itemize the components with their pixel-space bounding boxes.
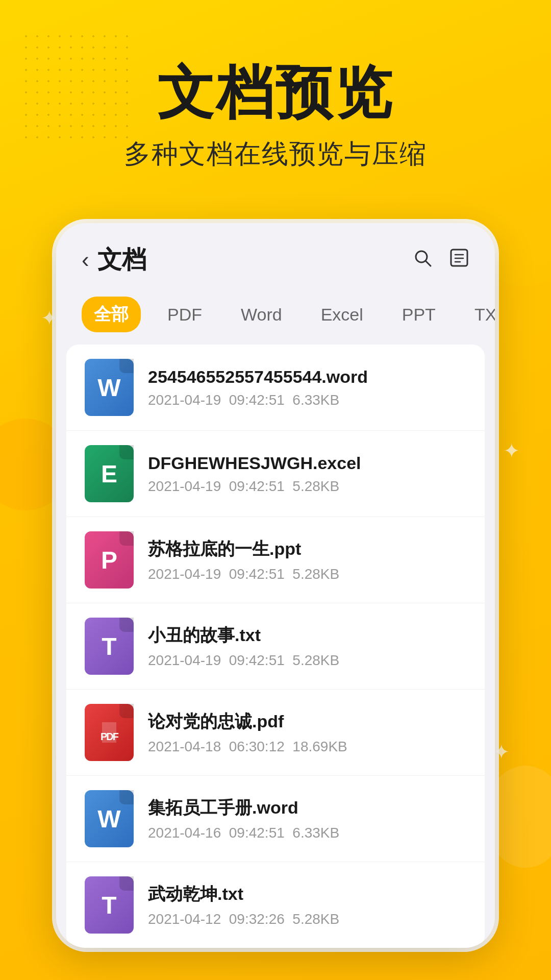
file-meta: 2021-04-19 09:42:51 6.33KB — [148, 392, 466, 408]
list-item[interactable]: W 254546552557455544.word 2021-04-19 09:… — [66, 345, 485, 431]
nav-icons — [412, 248, 469, 273]
list-item[interactable]: PDF 论对党的忠诚.pdf 2021-04-18 06:30:12 18.69… — [66, 690, 485, 776]
file-info: 集拓员工手册.word 2021-04-16 09:42:51 6.33KB — [148, 796, 466, 841]
file-icon-txt-2: T — [85, 876, 134, 934]
file-list: W 254546552557455544.word 2021-04-19 09:… — [66, 345, 485, 948]
file-info: 254546552557455544.word 2021-04-19 09:42… — [148, 367, 466, 408]
list-item[interactable]: W 集拓员工手册.word 2021-04-16 09:42:51 6.33KB — [66, 776, 485, 862]
tab-pdf[interactable]: PDF — [155, 299, 214, 331]
phone-mockup: ‹ 文档 全部 PDF Word Excel — [56, 223, 495, 948]
tab-excel[interactable]: Excel — [309, 299, 375, 331]
file-name: 武动乾坤.txt — [148, 883, 466, 906]
file-name: 论对党的忠诚.pdf — [148, 710, 466, 733]
back-button[interactable]: ‹ — [82, 247, 89, 273]
edit-icon[interactable] — [449, 248, 469, 273]
file-meta: 2021-04-18 06:30:12 18.69KB — [148, 739, 466, 755]
file-icon-txt: T — [85, 618, 134, 675]
file-icon-word: W — [85, 359, 134, 416]
file-meta: 2021-04-19 09:42:51 5.28KB — [148, 566, 466, 582]
file-meta: 2021-04-16 09:42:51 6.33KB — [148, 825, 466, 841]
filter-tabs: 全部 PDF Word Excel PPT TXT — [56, 288, 495, 345]
list-item[interactable]: T 武动乾坤.txt 2021-04-12 09:32:26 5.28KB — [66, 862, 485, 948]
tab-txt[interactable]: TXT — [462, 299, 495, 331]
file-icon-word-2: W — [85, 790, 134, 847]
search-icon[interactable] — [412, 248, 433, 273]
sparkle-1: ✦ — [41, 306, 58, 330]
sparkle-2: ✦ — [503, 439, 520, 462]
file-icon-pdf: PDF — [85, 704, 134, 761]
list-item[interactable]: P 苏格拉底的一生.ppt 2021-04-19 09:42:51 5.28KB — [66, 517, 485, 603]
tab-all[interactable]: 全部 — [82, 297, 141, 332]
main-title: 文档预览 — [41, 61, 510, 124]
list-item[interactable]: T 小丑的故事.txt 2021-04-19 09:42:51 5.28KB — [66, 603, 485, 690]
file-info: DFGHEWHESJWGH.excel 2021-04-19 09:42:51 … — [148, 453, 466, 495]
svg-text:PDF: PDF — [101, 731, 119, 743]
file-info: 武动乾坤.txt 2021-04-12 09:32:26 5.28KB — [148, 883, 466, 927]
file-name: DFGHEWHESJWGH.excel — [148, 453, 466, 473]
file-info: 论对党的忠诚.pdf 2021-04-18 06:30:12 18.69KB — [148, 710, 466, 755]
svg-line-1 — [425, 261, 431, 266]
file-info: 苏格拉底的一生.ppt 2021-04-19 09:42:51 5.28KB — [148, 537, 466, 582]
list-item[interactable]: E DFGHEWHESJWGH.excel 2021-04-19 09:42:5… — [66, 431, 485, 517]
file-meta: 2021-04-19 09:42:51 5.28KB — [148, 478, 466, 495]
file-meta: 2021-04-19 09:42:51 5.28KB — [148, 652, 466, 669]
header-section: 文档预览 多种文档在线预览与压缩 — [0, 0, 551, 192]
file-icon-ppt: P — [85, 531, 134, 589]
file-icon-excel: E — [85, 445, 134, 502]
sparkle-3: ✦ — [493, 740, 510, 764]
file-meta: 2021-04-12 09:32:26 5.28KB — [148, 911, 466, 927]
file-info: 小丑的故事.txt 2021-04-19 09:42:51 5.28KB — [148, 624, 466, 669]
file-name: 254546552557455544.word — [148, 367, 466, 387]
file-name: 集拓员工手册.word — [148, 796, 466, 820]
sub-title: 多种文档在线预览与压缩 — [41, 136, 510, 172]
nav-left: ‹ 文档 — [82, 243, 146, 276]
nav-bar: ‹ 文档 — [56, 223, 495, 288]
tab-ppt[interactable]: PPT — [390, 299, 448, 331]
tab-word[interactable]: Word — [229, 299, 294, 331]
nav-title: 文档 — [97, 243, 146, 276]
file-name: 苏格拉底的一生.ppt — [148, 537, 466, 561]
file-name: 小丑的故事.txt — [148, 624, 466, 647]
